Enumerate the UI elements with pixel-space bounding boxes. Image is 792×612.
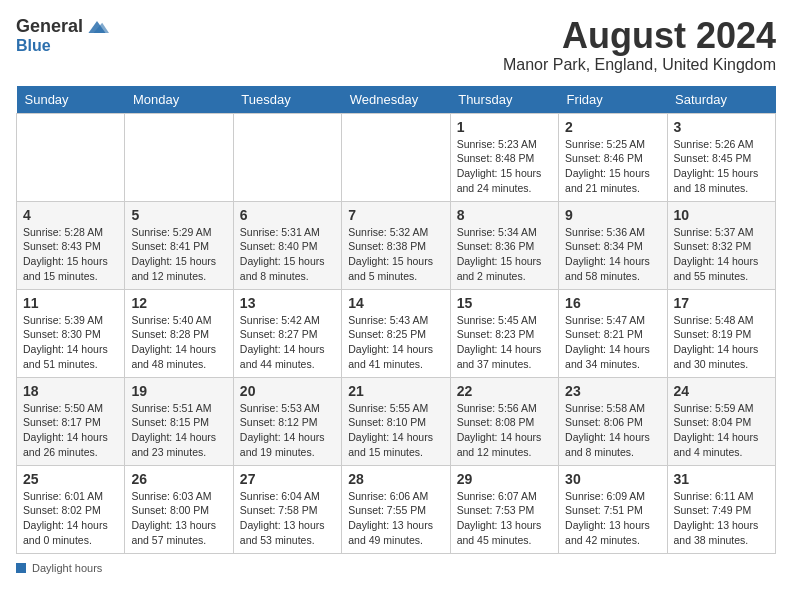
day-number: 28 <box>348 471 443 487</box>
calendar-cell: 24Sunrise: 5:59 AM Sunset: 8:04 PM Dayli… <box>667 377 775 465</box>
week-row-2: 4Sunrise: 5:28 AM Sunset: 8:43 PM Daylig… <box>17 201 776 289</box>
day-info: Sunrise: 5:51 AM Sunset: 8:15 PM Dayligh… <box>131 401 226 460</box>
day-info: Sunrise: 6:11 AM Sunset: 7:49 PM Dayligh… <box>674 489 769 548</box>
calendar-cell: 16Sunrise: 5:47 AM Sunset: 8:21 PM Dayli… <box>559 289 667 377</box>
day-number: 27 <box>240 471 335 487</box>
daylight-label: Daylight hours <box>32 562 102 574</box>
calendar-cell: 4Sunrise: 5:28 AM Sunset: 8:43 PM Daylig… <box>17 201 125 289</box>
day-number: 29 <box>457 471 552 487</box>
week-row-5: 25Sunrise: 6:01 AM Sunset: 8:02 PM Dayli… <box>17 465 776 553</box>
calendar-cell: 7Sunrise: 5:32 AM Sunset: 8:38 PM Daylig… <box>342 201 450 289</box>
day-number: 14 <box>348 295 443 311</box>
day-number: 3 <box>674 119 769 135</box>
day-number: 10 <box>674 207 769 223</box>
day-number: 12 <box>131 295 226 311</box>
day-info: Sunrise: 5:53 AM Sunset: 8:12 PM Dayligh… <box>240 401 335 460</box>
day-info: Sunrise: 5:45 AM Sunset: 8:23 PM Dayligh… <box>457 313 552 372</box>
day-number: 24 <box>674 383 769 399</box>
logo-blue: Blue <box>16 37 51 55</box>
day-info: Sunrise: 5:37 AM Sunset: 8:32 PM Dayligh… <box>674 225 769 284</box>
logo-icon <box>85 17 109 37</box>
calendar-cell: 26Sunrise: 6:03 AM Sunset: 8:00 PM Dayli… <box>125 465 233 553</box>
day-number: 6 <box>240 207 335 223</box>
header-row: SundayMondayTuesdayWednesdayThursdayFrid… <box>17 86 776 114</box>
day-number: 18 <box>23 383 118 399</box>
calendar-cell: 17Sunrise: 5:48 AM Sunset: 8:19 PM Dayli… <box>667 289 775 377</box>
day-info: Sunrise: 5:48 AM Sunset: 8:19 PM Dayligh… <box>674 313 769 372</box>
calendar-cell: 11Sunrise: 5:39 AM Sunset: 8:30 PM Dayli… <box>17 289 125 377</box>
day-number: 13 <box>240 295 335 311</box>
calendar-cell: 27Sunrise: 6:04 AM Sunset: 7:58 PM Dayli… <box>233 465 341 553</box>
header-friday: Friday <box>559 86 667 114</box>
day-number: 20 <box>240 383 335 399</box>
calendar-cell: 18Sunrise: 5:50 AM Sunset: 8:17 PM Dayli… <box>17 377 125 465</box>
day-info: Sunrise: 5:55 AM Sunset: 8:10 PM Dayligh… <box>348 401 443 460</box>
day-number: 19 <box>131 383 226 399</box>
header-monday: Monday <box>125 86 233 114</box>
calendar-cell <box>17 113 125 201</box>
calendar-cell: 8Sunrise: 5:34 AM Sunset: 8:36 PM Daylig… <box>450 201 558 289</box>
day-number: 2 <box>565 119 660 135</box>
calendar-cell: 28Sunrise: 6:06 AM Sunset: 7:55 PM Dayli… <box>342 465 450 553</box>
month-title: August 2024 <box>503 16 776 56</box>
daylight-dot <box>16 563 26 573</box>
day-info: Sunrise: 5:50 AM Sunset: 8:17 PM Dayligh… <box>23 401 118 460</box>
title-block: August 2024 Manor Park, England, United … <box>503 16 776 74</box>
day-number: 17 <box>674 295 769 311</box>
day-info: Sunrise: 5:39 AM Sunset: 8:30 PM Dayligh… <box>23 313 118 372</box>
calendar-cell: 3Sunrise: 5:26 AM Sunset: 8:45 PM Daylig… <box>667 113 775 201</box>
day-number: 25 <box>23 471 118 487</box>
calendar-cell <box>233 113 341 201</box>
day-info: Sunrise: 5:28 AM Sunset: 8:43 PM Dayligh… <box>23 225 118 284</box>
day-info: Sunrise: 5:29 AM Sunset: 8:41 PM Dayligh… <box>131 225 226 284</box>
day-info: Sunrise: 6:09 AM Sunset: 7:51 PM Dayligh… <box>565 489 660 548</box>
day-info: Sunrise: 6:03 AM Sunset: 8:00 PM Dayligh… <box>131 489 226 548</box>
calendar-cell: 20Sunrise: 5:53 AM Sunset: 8:12 PM Dayli… <box>233 377 341 465</box>
page-header: General Blue August 2024 Manor Park, Eng… <box>16 16 776 74</box>
day-info: Sunrise: 5:34 AM Sunset: 8:36 PM Dayligh… <box>457 225 552 284</box>
header-wednesday: Wednesday <box>342 86 450 114</box>
day-info: Sunrise: 5:43 AM Sunset: 8:25 PM Dayligh… <box>348 313 443 372</box>
calendar-cell: 12Sunrise: 5:40 AM Sunset: 8:28 PM Dayli… <box>125 289 233 377</box>
day-number: 26 <box>131 471 226 487</box>
logo: General Blue <box>16 16 109 55</box>
week-row-4: 18Sunrise: 5:50 AM Sunset: 8:17 PM Dayli… <box>17 377 776 465</box>
day-number: 5 <box>131 207 226 223</box>
calendar-cell: 25Sunrise: 6:01 AM Sunset: 8:02 PM Dayli… <box>17 465 125 553</box>
week-row-1: 1Sunrise: 5:23 AM Sunset: 8:48 PM Daylig… <box>17 113 776 201</box>
day-number: 9 <box>565 207 660 223</box>
day-info: Sunrise: 5:32 AM Sunset: 8:38 PM Dayligh… <box>348 225 443 284</box>
calendar-cell: 13Sunrise: 5:42 AM Sunset: 8:27 PM Dayli… <box>233 289 341 377</box>
day-info: Sunrise: 5:40 AM Sunset: 8:28 PM Dayligh… <box>131 313 226 372</box>
calendar-cell: 6Sunrise: 5:31 AM Sunset: 8:40 PM Daylig… <box>233 201 341 289</box>
header-tuesday: Tuesday <box>233 86 341 114</box>
calendar-cell: 19Sunrise: 5:51 AM Sunset: 8:15 PM Dayli… <box>125 377 233 465</box>
day-info: Sunrise: 5:56 AM Sunset: 8:08 PM Dayligh… <box>457 401 552 460</box>
day-info: Sunrise: 5:59 AM Sunset: 8:04 PM Dayligh… <box>674 401 769 460</box>
location: Manor Park, England, United Kingdom <box>503 56 776 74</box>
calendar-cell: 5Sunrise: 5:29 AM Sunset: 8:41 PM Daylig… <box>125 201 233 289</box>
day-info: Sunrise: 6:04 AM Sunset: 7:58 PM Dayligh… <box>240 489 335 548</box>
day-number: 31 <box>674 471 769 487</box>
day-info: Sunrise: 5:25 AM Sunset: 8:46 PM Dayligh… <box>565 137 660 196</box>
calendar-cell: 15Sunrise: 5:45 AM Sunset: 8:23 PM Dayli… <box>450 289 558 377</box>
calendar-cell: 9Sunrise: 5:36 AM Sunset: 8:34 PM Daylig… <box>559 201 667 289</box>
calendar-cell: 21Sunrise: 5:55 AM Sunset: 8:10 PM Dayli… <box>342 377 450 465</box>
day-info: Sunrise: 5:31 AM Sunset: 8:40 PM Dayligh… <box>240 225 335 284</box>
day-info: Sunrise: 5:47 AM Sunset: 8:21 PM Dayligh… <box>565 313 660 372</box>
day-number: 22 <box>457 383 552 399</box>
day-number: 7 <box>348 207 443 223</box>
week-row-3: 11Sunrise: 5:39 AM Sunset: 8:30 PM Dayli… <box>17 289 776 377</box>
calendar-cell: 10Sunrise: 5:37 AM Sunset: 8:32 PM Dayli… <box>667 201 775 289</box>
calendar-cell: 14Sunrise: 5:43 AM Sunset: 8:25 PM Dayli… <box>342 289 450 377</box>
calendar-cell: 2Sunrise: 5:25 AM Sunset: 8:46 PM Daylig… <box>559 113 667 201</box>
calendar-cell: 23Sunrise: 5:58 AM Sunset: 8:06 PM Dayli… <box>559 377 667 465</box>
day-info: Sunrise: 6:07 AM Sunset: 7:53 PM Dayligh… <box>457 489 552 548</box>
day-info: Sunrise: 5:23 AM Sunset: 8:48 PM Dayligh… <box>457 137 552 196</box>
header-saturday: Saturday <box>667 86 775 114</box>
day-number: 4 <box>23 207 118 223</box>
calendar-cell: 29Sunrise: 6:07 AM Sunset: 7:53 PM Dayli… <box>450 465 558 553</box>
calendar-table: SundayMondayTuesdayWednesdayThursdayFrid… <box>16 86 776 554</box>
calendar-cell: 1Sunrise: 5:23 AM Sunset: 8:48 PM Daylig… <box>450 113 558 201</box>
day-number: 16 <box>565 295 660 311</box>
